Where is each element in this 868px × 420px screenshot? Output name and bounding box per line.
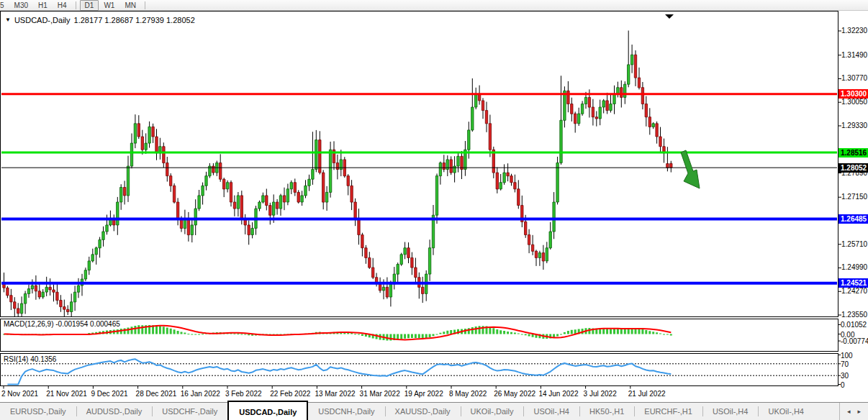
date-axis-label: 13 Mar 2022 — [315, 390, 355, 398]
symbol-dropdown-icon[interactable]: ▼ — [5, 17, 11, 23]
date-axis-label: 16 Jan 2022 — [181, 390, 220, 398]
chart-tab-6-ukoil[interactable]: UKOil-,Daily — [461, 403, 524, 420]
ohlc-values: 1.28177 1.28687 1.27939 1.28052 — [74, 16, 195, 24]
rsi-axis-label: 100 — [841, 352, 868, 360]
macd-axis-label: 0.01052 — [841, 321, 868, 329]
rsi-panel-label: RSI(14) 40.1356 — [4, 355, 56, 363]
price-axis-label: 1.31490 — [841, 51, 868, 60]
chart-tab-7-usoil[interactable]: USOil-,H4 — [523, 403, 579, 420]
price-axis-label: 1.29330 — [841, 122, 868, 130]
date-axis-label: 22 Feb 2022 — [270, 390, 310, 398]
price-axis-label: 1.24990 — [841, 263, 868, 272]
chart-tab-10-usoil[interactable]: USOil-,H4 — [702, 403, 759, 420]
price-axis-label: 1.25710 — [841, 240, 868, 249]
price-axis-label: 1.30050 — [841, 98, 868, 106]
symbol-label: USDCAD-,Daily — [14, 16, 71, 24]
chart-tab-5-xauusd[interactable]: XAUUSD-,Daily — [385, 403, 461, 420]
date-axis-label: 19 Apr 2022 — [404, 390, 443, 398]
date-axis-label: 3 Jul 2022 — [584, 390, 617, 398]
date-axis-label: 2 Nov 2021 — [1, 390, 38, 398]
price-axis-label: 1.24270 — [841, 287, 868, 296]
rsi-axis-label: 0 — [841, 381, 868, 389]
rsi-panel-frame — [1, 354, 838, 386]
price-axis-label: 1.32230 — [841, 27, 868, 35]
chart-tab-0-eurusd[interactable]: EURUSD-,Daily — [0, 403, 76, 420]
date-axis-label: 3 Feb 2022 — [225, 390, 262, 398]
chart-tab-4-usdcnh[interactable]: USDCNH-,Daily — [308, 403, 384, 420]
chart-canvas[interactable] — [0, 0, 868, 420]
price-badge-1.30300: 1.30300 — [838, 89, 868, 99]
chart-tab-11-ukoil[interactable]: UKOil-,H4 — [758, 403, 814, 420]
date-axis-label: 8 May 2022 — [449, 390, 487, 398]
rsi-axis-label: 30 — [841, 372, 868, 380]
date-axis-label: 9 Dec 2021 — [91, 390, 127, 398]
price-axis-label: 1.23550 — [841, 311, 868, 319]
date-axis-label: 21 Jul 2022 — [628, 390, 666, 398]
next-tab-button[interactable]: ▸ — [857, 408, 861, 415]
main-panel-frame — [1, 12, 838, 317]
chart-tab-8-hk50[interactable]: HK50-,H1 — [579, 403, 634, 420]
price-badge-1.28052: 1.28052 — [838, 163, 868, 173]
price-badge-1.26485: 1.26485 — [838, 214, 868, 224]
tab-scroll-nav: ◂ ▸ — [839, 403, 868, 420]
price-axis-label: 1.27150 — [841, 193, 868, 201]
rsi-value: 40.1356 — [30, 355, 56, 363]
symbol-tabbar: EURUSD-,DailyAUDUSD-,DailyUSDCHF-,DailyU… — [0, 402, 868, 420]
price-badge-1.28516: 1.28516 — [838, 148, 868, 158]
price-axis-label: 1.30770 — [841, 74, 868, 83]
tab-row: EURUSD-,DailyAUDUSD-,DailyUSDCHF-,DailyU… — [0, 403, 814, 420]
chart-title: ▼USDCAD-,Daily1.28177 1.28687 1.27939 1.… — [5, 16, 195, 24]
macd-panel-label: MACD(12,26,9) -0.001954 0.000465 — [4, 320, 120, 328]
chart-tab-9-eurchf[interactable]: EURCHF-,H1 — [634, 403, 702, 420]
chart-tab-1-audusd[interactable]: AUDUSD-,Daily — [76, 403, 153, 420]
date-axis-label: 31 Mar 2022 — [360, 390, 400, 398]
chart-tab-2-usdchf[interactable]: USDCHF-,Daily — [152, 403, 227, 420]
date-axis-label: 21 Nov 2021 — [46, 390, 87, 398]
macd-axis-label: -0.00774 — [841, 337, 868, 345]
prev-tab-button[interactable]: ◂ — [847, 408, 851, 415]
price-badge-1.24521: 1.24521 — [838, 278, 868, 288]
date-axis-label: 14 Jun 2022 — [538, 390, 578, 398]
chart-tab-3-usdcad[interactable]: USDCAD-,Daily — [227, 401, 308, 420]
date-axis-label: 28 Dec 2021 — [136, 390, 177, 398]
date-axis-label: 26 May 2022 — [494, 390, 535, 398]
rsi-axis-label: 70 — [841, 360, 868, 368]
macd-values: -0.001954 0.000465 — [55, 320, 120, 328]
